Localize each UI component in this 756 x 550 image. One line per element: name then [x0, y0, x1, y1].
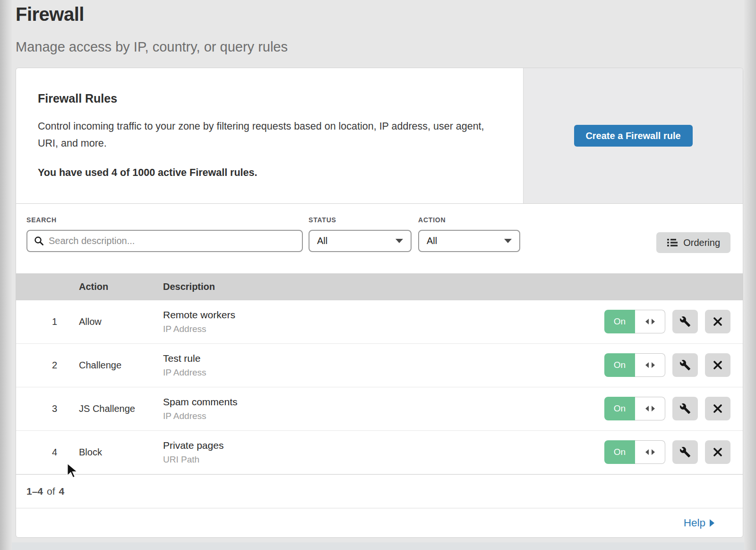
rule-controls: On: [604, 440, 730, 464]
card-description: Control incoming traffic to your zone by…: [38, 118, 487, 152]
rule-enabled-toggle[interactable]: On: [604, 310, 665, 333]
delete-rule-button[interactable]: [705, 397, 730, 420]
firewall-rules-list-card: SEARCH STATUS All ACTION All: [16, 203, 743, 538]
rule-action: Block: [79, 447, 163, 458]
rule-controls: On: [604, 353, 730, 377]
wrench-icon: [679, 446, 691, 458]
page-header: Firewall Manage access by IP, country, o…: [16, 4, 288, 55]
x-icon: [713, 447, 723, 457]
rule-priority: 4: [16, 447, 57, 458]
rule-description: Test rule: [163, 353, 604, 364]
rule-action: Challenge: [79, 360, 163, 371]
action-label: ACTION: [418, 216, 520, 224]
rules-usage-text: You have used 4 of 1000 active Firewall …: [38, 167, 495, 179]
x-icon: [713, 403, 723, 414]
rule-action: JS Challenge: [79, 403, 163, 414]
caret-down-icon: [395, 239, 403, 243]
rule-description-cell: Remote workers IP Address: [163, 309, 604, 334]
action-selected-value: All: [427, 236, 437, 246]
edit-rule-button[interactable]: [672, 310, 698, 333]
delete-rule-button[interactable]: [705, 440, 730, 464]
table-row: 2 Challenge Test rule IP Address On: [16, 344, 743, 387]
table-row: 1 Allow Remote workers IP Address On: [16, 300, 743, 344]
window-right-edge: [744, 0, 756, 550]
help-link[interactable]: Help: [684, 517, 714, 529]
status-selected-value: All: [317, 236, 327, 246]
rule-description: Spam comments: [163, 396, 604, 408]
rule-match-type: URI Path: [163, 454, 604, 465]
page-title: Firewall: [16, 4, 288, 25]
firewall-rules-card: Firewall Rules Control incoming traffic …: [16, 68, 743, 203]
rule-description-cell: Test rule IP Address: [163, 353, 604, 378]
search-icon: [34, 236, 44, 246]
rule-match-type: IP Address: [163, 411, 604, 421]
action-filter: ACTION All: [418, 216, 520, 252]
left-right-arrows-icon: [635, 397, 665, 420]
table-row: 3 JS Challenge Spam comments IP Address …: [16, 387, 743, 431]
rule-priority: 2: [16, 360, 57, 371]
table-header: Action Description: [16, 273, 743, 300]
x-icon: [713, 316, 723, 327]
toggle-state-label: On: [604, 440, 635, 464]
window-bottom-edge: [0, 542, 756, 550]
caret-down-icon: [504, 239, 512, 243]
card-footer: Help: [16, 508, 743, 537]
rule-controls: On: [604, 397, 730, 420]
create-firewall-rule-button[interactable]: Create a Firewall rule: [574, 125, 693, 147]
left-right-arrows-icon: [635, 353, 665, 377]
x-icon: [713, 360, 723, 370]
rule-description: Remote workers: [163, 309, 604, 321]
rule-enabled-toggle[interactable]: On: [604, 440, 665, 464]
page-subtitle: Manage access by IP, country, or query r…: [16, 39, 288, 55]
status-label: STATUS: [309, 216, 412, 224]
pagination: 1–4 of 4: [16, 474, 743, 508]
edit-rule-button[interactable]: [672, 440, 698, 464]
toggle-state-label: On: [604, 397, 635, 420]
column-header-action: Action: [79, 281, 163, 292]
rule-match-type: IP Address: [163, 324, 604, 334]
rule-description-cell: Spam comments IP Address: [163, 396, 604, 421]
left-right-arrows-icon: [635, 310, 665, 333]
edit-rule-button[interactable]: [672, 353, 698, 377]
rule-action: Allow: [79, 316, 163, 327]
pagination-total: 4: [59, 486, 65, 497]
search-filter: SEARCH: [26, 216, 303, 252]
rule-priority: 3: [16, 403, 57, 414]
filters-bar: SEARCH STATUS All ACTION All: [16, 204, 743, 273]
card-title: Firewall Rules: [38, 92, 495, 105]
table-row: 4 Block Private pages URI Path On: [16, 431, 743, 474]
rules-table-body: 1 Allow Remote workers IP Address On: [16, 300, 743, 474]
search-label: SEARCH: [26, 216, 303, 224]
pagination-range: 1–4: [26, 486, 43, 497]
pagination-of: of: [47, 486, 55, 497]
edit-rule-button[interactable]: [672, 397, 698, 420]
right-triangle-icon: [710, 519, 714, 527]
toggle-state-label: On: [604, 310, 635, 333]
rule-description-cell: Private pages URI Path: [163, 440, 604, 465]
search-input[interactable]: [49, 236, 295, 246]
window-left-edge: [0, 0, 12, 550]
wrench-icon: [679, 316, 691, 327]
ordering-button[interactable]: Ordering: [656, 232, 730, 253]
delete-rule-button[interactable]: [705, 310, 730, 333]
list-icon: [667, 237, 678, 248]
create-rule-panel: Create a Firewall rule: [523, 68, 743, 203]
help-link-label: Help: [684, 517, 705, 529]
status-select[interactable]: All: [309, 230, 412, 252]
toggle-state-label: On: [604, 353, 635, 377]
rule-enabled-toggle[interactable]: On: [604, 353, 665, 377]
column-header-description: Description: [163, 281, 215, 292]
action-select[interactable]: All: [418, 230, 520, 252]
firewall-rules-summary: Firewall Rules Control incoming traffic …: [16, 68, 523, 203]
search-input-wrap: [26, 230, 303, 252]
wrench-icon: [679, 403, 691, 414]
rule-description: Private pages: [163, 440, 604, 451]
left-right-arrows-icon: [635, 440, 665, 464]
rule-match-type: IP Address: [163, 367, 604, 378]
rule-enabled-toggle[interactable]: On: [604, 397, 665, 420]
delete-rule-button[interactable]: [705, 353, 730, 377]
ordering-button-label: Ordering: [683, 237, 720, 248]
rule-priority: 1: [16, 316, 57, 327]
status-filter: STATUS All: [309, 216, 412, 252]
wrench-icon: [679, 359, 691, 371]
